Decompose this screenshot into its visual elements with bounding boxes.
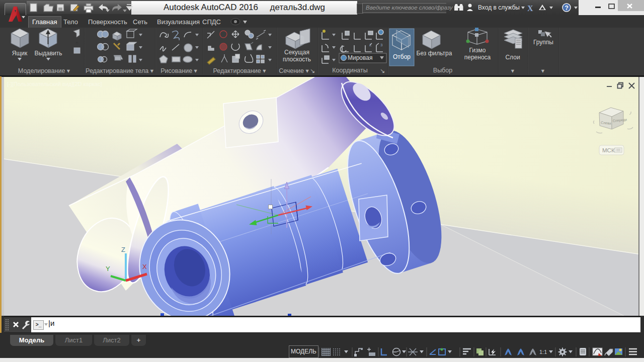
svg-text:Y: Y: [106, 265, 110, 273]
svg-text:X: X: [142, 263, 147, 270]
svg-text:Z: Z: [121, 246, 125, 253]
svg-text:X: X: [527, 4, 533, 13]
svg-text:МСК: МСК: [602, 147, 615, 153]
svg-text:1:1: 1:1: [539, 349, 547, 355]
svg-text:?: ?: [565, 5, 569, 12]
svg-text:[-][Пользовательский вид][2D к: [-][Пользовательский вид][2D каркас]: [7, 81, 102, 87]
